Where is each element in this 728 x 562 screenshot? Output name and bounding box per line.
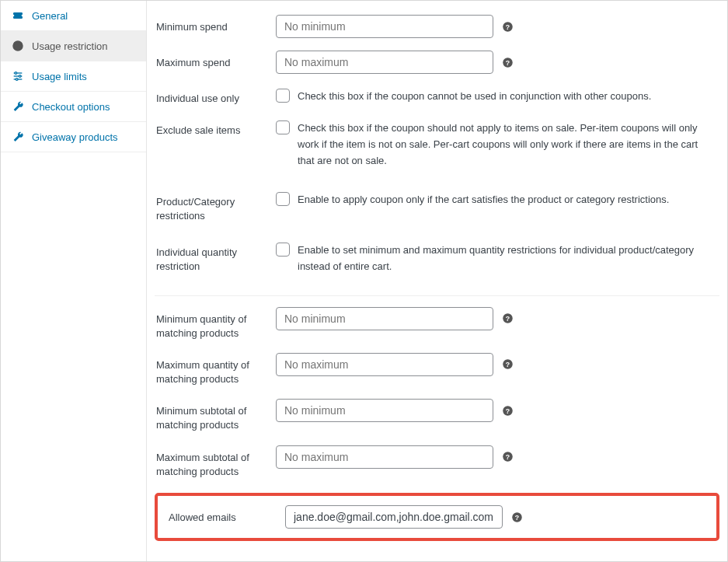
svg-point-7 bbox=[16, 79, 18, 81]
allowed-emails-highlight: Allowed emails ? bbox=[155, 493, 719, 541]
field-row-minimum-quantity: Minimum quantity of matching products ? bbox=[155, 301, 719, 347]
sidebar-item-label: Giveaway products bbox=[32, 131, 118, 143]
maximum-spend-input[interactable] bbox=[276, 51, 493, 74]
minimum-subtotal-input[interactable] bbox=[276, 399, 493, 422]
field-row-minimum-subtotal: Minimum subtotal of matching products ? bbox=[155, 393, 719, 438]
sidebar-item-label: Checkout options bbox=[32, 101, 110, 113]
svg-text:?: ? bbox=[514, 513, 518, 521]
usage-restriction-panel: Minimum spend ? Maximum spend ? bbox=[147, 1, 727, 561]
help-icon[interactable]: ? bbox=[501, 358, 514, 371]
minimum-spend-input[interactable] bbox=[276, 15, 493, 38]
sidebar-item-general[interactable]: General bbox=[1, 1, 146, 31]
field-row-maximum-spend: Maximum spend ? bbox=[155, 44, 719, 80]
svg-text:?: ? bbox=[505, 58, 509, 66]
product-category-restrictions-description: Enable to apply coupon only if the cart … bbox=[298, 190, 669, 208]
wrench-icon bbox=[12, 100, 24, 113]
label-product-category-restrictions: Product/Category restrictions bbox=[155, 190, 271, 223]
coupon-data-panel: General Usage restriction Usage limits C… bbox=[0, 0, 728, 562]
field-row-individual-quantity-restriction: Individual quantity restriction Enable t… bbox=[155, 234, 719, 281]
exclude-sale-description: Check this box if the coupon should not … bbox=[298, 118, 713, 169]
help-icon[interactable]: ? bbox=[501, 312, 514, 325]
label-minimum-subtotal: Minimum subtotal of matching products bbox=[155, 399, 271, 432]
help-icon[interactable]: ? bbox=[510, 511, 523, 523]
help-icon[interactable]: ? bbox=[501, 20, 514, 33]
field-row-exclude-sale: Exclude sale items Check this box if the… bbox=[155, 112, 719, 175]
label-individual-use: Individual use only bbox=[155, 86, 271, 106]
sidebar-item-label: General bbox=[32, 10, 68, 22]
sidebar-item-label: Usage restriction bbox=[32, 40, 108, 52]
label-minimum-quantity: Minimum quantity of matching products bbox=[155, 307, 271, 340]
coupon-tabs-sidebar: General Usage restriction Usage limits C… bbox=[1, 1, 147, 561]
sidebar-item-label: Usage limits bbox=[32, 71, 87, 82]
sidebar-item-usage-limits[interactable]: Usage limits bbox=[1, 61, 146, 92]
ticket-icon bbox=[12, 9, 24, 22]
ban-icon bbox=[12, 40, 24, 52]
exclude-sale-checkbox[interactable] bbox=[276, 120, 290, 134]
field-row-individual-use: Individual use only Check this box if th… bbox=[155, 80, 719, 112]
maximum-subtotal-input[interactable] bbox=[276, 445, 493, 469]
individual-quantity-restriction-checkbox[interactable] bbox=[276, 243, 290, 257]
svg-text:?: ? bbox=[505, 453, 509, 461]
svg-point-5 bbox=[15, 72, 17, 75]
field-row-maximum-quantity: Maximum quantity of matching products ? bbox=[155, 347, 719, 393]
help-icon[interactable]: ? bbox=[501, 451, 514, 463]
field-row-minimum-spend: Minimum spend ? bbox=[155, 9, 719, 44]
sliders-icon bbox=[12, 70, 24, 82]
field-row-maximum-subtotal: Maximum subtotal of matching products ? bbox=[155, 439, 719, 485]
minimum-quantity-input[interactable] bbox=[276, 307, 493, 330]
individual-use-description: Check this box if the coupon cannot be u… bbox=[298, 86, 651, 105]
maximum-quantity-input[interactable] bbox=[276, 353, 493, 376]
label-exclude-sale: Exclude sale items bbox=[155, 118, 271, 138]
label-maximum-quantity: Maximum quantity of matching products bbox=[155, 353, 271, 386]
label-allowed-emails: Allowed emails bbox=[164, 505, 280, 525]
svg-text:?: ? bbox=[505, 361, 509, 368]
individual-use-checkbox[interactable] bbox=[276, 89, 290, 103]
sidebar-item-checkout-options[interactable]: Checkout options bbox=[1, 92, 146, 122]
help-icon[interactable]: ? bbox=[501, 56, 514, 68]
label-maximum-spend: Maximum spend bbox=[155, 51, 271, 70]
svg-point-6 bbox=[19, 75, 21, 78]
help-icon[interactable]: ? bbox=[501, 404, 514, 417]
label-individual-quantity-restriction: Individual quantity restriction bbox=[155, 240, 271, 274]
field-row-product-category-restrictions: Product/Category restrictions Enable to … bbox=[155, 183, 719, 229]
label-maximum-subtotal: Maximum subtotal of matching products bbox=[155, 445, 271, 479]
svg-text:?: ? bbox=[505, 407, 509, 414]
product-category-restrictions-checkbox[interactable] bbox=[276, 192, 290, 206]
wrench-icon bbox=[12, 131, 24, 143]
individual-quantity-restriction-description: Enable to set minimum and maximum quanti… bbox=[298, 240, 713, 275]
svg-text:?: ? bbox=[505, 315, 509, 323]
sidebar-item-giveaway-products[interactable]: Giveaway products bbox=[1, 122, 146, 152]
allowed-emails-input[interactable] bbox=[285, 505, 503, 529]
label-minimum-spend: Minimum spend bbox=[155, 15, 271, 34]
svg-text:?: ? bbox=[505, 23, 509, 30]
field-row-allowed-emails: Allowed emails ? bbox=[164, 502, 710, 532]
sidebar-item-usage-restriction[interactable]: Usage restriction bbox=[1, 31, 146, 61]
